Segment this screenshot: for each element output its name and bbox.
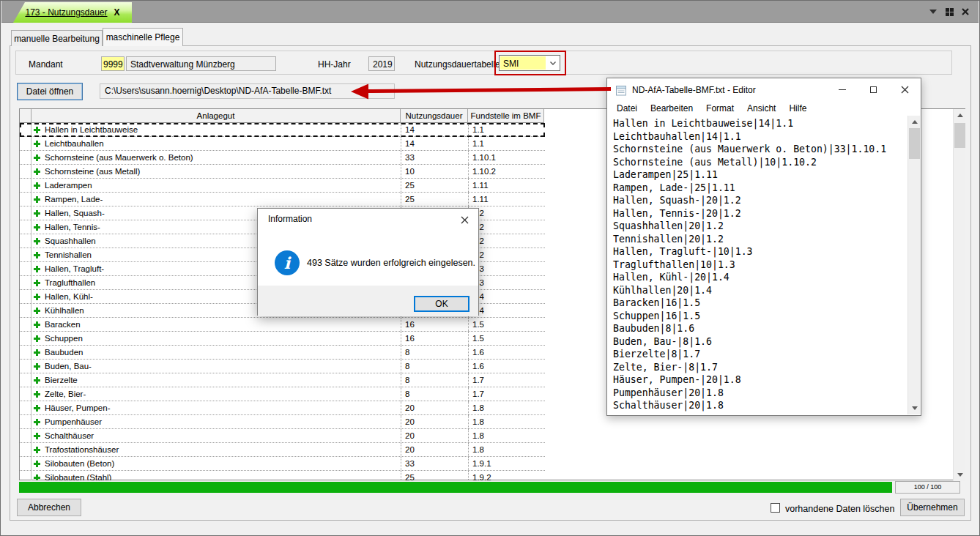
add-row-icon[interactable]	[34, 461, 40, 467]
menu-format[interactable]: Format	[699, 102, 740, 116]
add-row-icon[interactable]	[34, 377, 40, 384]
tab-maschinelle-pflege[interactable]: maschinelle Pflege	[103, 28, 183, 46]
apply-button[interactable]: Übernehmen	[900, 499, 965, 516]
add-row-icon[interactable]	[34, 238, 40, 245]
editor-text[interactable]: Hallen in Leichtbauweise|14|1.1Leichtbau…	[608, 116, 907, 414]
add-row-icon[interactable]	[34, 196, 40, 203]
table-row[interactable]: Silobauten (Stahl) 25 1.9.2	[20, 471, 545, 480]
table-row[interactable]: Häuser, Pumpen- 20 1.8	[20, 401, 545, 415]
add-row-icon[interactable]	[34, 363, 40, 370]
editor-line: Squashhallen|20|1.2	[613, 220, 907, 233]
row-anlagegut-cell: Baubuden	[31, 346, 401, 359]
editor-line: Hallen, Tragluft-|10|1.3	[613, 245, 907, 258]
editor-scrollbar[interactable]	[907, 116, 920, 414]
delete-existing-checkbox[interactable]	[771, 503, 780, 513]
table-row[interactable]: Pumpenhäuser 20 1.8	[20, 415, 545, 429]
ok-button[interactable]: OK	[414, 296, 469, 312]
add-row-icon[interactable]	[34, 294, 40, 300]
column-header-nutzungsdauer[interactable]: Nutzungsdauer	[401, 109, 468, 123]
tab-list-dropdown-icon[interactable]	[927, 7, 939, 17]
table-row[interactable]: Hallen in Leichtbauweise 14 1.1	[20, 123, 545, 137]
add-row-icon[interactable]	[34, 349, 40, 356]
tab-manuelle-bearbeitung[interactable]: manuelle Bearbeitung	[11, 30, 103, 46]
add-row-icon[interactable]	[34, 391, 40, 398]
menu-datei[interactable]: Datei	[610, 102, 644, 116]
table-row[interactable]: Silobauten (Beton) 33 1.9.1	[20, 457, 545, 471]
scrollbar-thumb[interactable]	[954, 123, 965, 148]
table-row[interactable]: Schalthäuser 20 1.8	[20, 429, 545, 443]
row-fundstelle-cell: 1.11	[468, 179, 544, 192]
hh-jahr-field: 2019	[368, 56, 395, 71]
table-row[interactable]: Zelte, Bier- 8 1.7	[20, 387, 545, 401]
notepad-title: ND-AfA-Tabelle-BMF.txt - Editor	[632, 85, 756, 95]
menu-ansicht[interactable]: Ansicht	[740, 102, 782, 116]
table-row[interactable]: Baubuden 8 1.6	[20, 346, 545, 360]
maximize-icon[interactable]	[858, 78, 889, 101]
row-header-cell	[20, 443, 31, 456]
add-row-icon[interactable]	[34, 474, 40, 481]
close-icon[interactable]	[889, 78, 921, 101]
grid-header: Anlagegut Nutzungsdauer Fundstelle im BM…	[20, 109, 544, 123]
add-row-icon[interactable]	[34, 127, 40, 133]
menu-hilfe[interactable]: Hilfe	[782, 102, 813, 116]
row-anlagegut-cell: Buden, Bau-	[31, 360, 401, 373]
mandant-code-field[interactable]: 9999	[101, 56, 125, 71]
table-row[interactable]: Laderampen 25 1.11	[20, 179, 545, 193]
add-row-icon[interactable]	[34, 405, 40, 412]
row-fundstelle-cell: 1.7	[468, 373, 544, 387]
table-row[interactable]: Schuppen 16 1.5	[20, 332, 545, 346]
table-row[interactable]: Trafostationshäuser 20 1.8	[20, 443, 545, 457]
editor-line: Hallen in Leichtbauweise|14|1.1	[613, 117, 907, 130]
column-header-anlagegut[interactable]: Anlagegut	[31, 109, 401, 123]
table-row[interactable]: Buden, Bau- 8 1.6	[20, 360, 545, 373]
row-nutzungsdauer-cell: 8	[401, 387, 468, 401]
scroll-down-icon[interactable]	[908, 402, 921, 414]
add-row-icon[interactable]	[34, 266, 40, 272]
document-tab[interactable]: 173 - Nutzungsdauer X	[13, 2, 132, 23]
add-row-icon[interactable]	[34, 335, 40, 342]
row-fundstelle-cell: 1.4	[468, 290, 544, 303]
add-row-icon[interactable]	[34, 141, 40, 147]
row-nutzungsdauer-cell: 14	[401, 123, 468, 136]
notepad-titlebar[interactable]: ND-AfA-Tabelle-BMF.txt - Editor	[607, 78, 921, 102]
add-row-icon[interactable]	[34, 321, 40, 328]
column-header-fundstelle[interactable]: Fundstelle im BMF	[468, 109, 544, 123]
row-nutzungsdauer-cell: 16	[401, 318, 468, 331]
table-row[interactable]: Schornsteine (aus Mauerwerk o. Beton) 33…	[20, 151, 545, 165]
tab-close-icon[interactable]: X	[114, 7, 120, 18]
editor-line: Laderampen|25|1.11	[613, 168, 907, 182]
scroll-up-icon[interactable]	[908, 116, 921, 128]
row-header-cell	[20, 373, 31, 387]
add-row-icon[interactable]	[34, 224, 40, 231]
notepad-icon	[615, 84, 627, 96]
add-row-icon[interactable]	[34, 308, 40, 314]
minimize-icon[interactable]	[826, 78, 858, 101]
grid-vertical-scrollbar[interactable]	[953, 109, 965, 481]
add-row-icon[interactable]	[34, 252, 40, 258]
file-path-field[interactable]: C:\Users\susann.hoernig\Desktop\ND-AfA-T…	[100, 83, 395, 99]
table-row[interactable]: Baracken 16 1.5	[20, 318, 545, 332]
add-row-icon[interactable]	[34, 210, 40, 217]
menu-bearbeiten[interactable]: Bearbeiten	[644, 102, 699, 116]
window-close-icon[interactable]	[959, 7, 971, 17]
add-row-icon[interactable]	[34, 182, 40, 189]
add-row-icon[interactable]	[34, 447, 40, 453]
tab-grid-icon[interactable]	[943, 7, 955, 17]
add-row-icon[interactable]	[34, 433, 40, 439]
add-row-icon[interactable]	[34, 155, 40, 161]
table-row[interactable]: Rampen, Lade- 25 1.11	[20, 193, 545, 206]
scroll-up-icon[interactable]	[954, 109, 966, 122]
dialog-close-icon[interactable]	[458, 213, 471, 226]
add-row-icon[interactable]	[34, 168, 40, 175]
table-row[interactable]: Schornsteine (aus Metall) 10 1.10.2	[20, 165, 545, 179]
table-row[interactable]: Bierzelte 8 1.7	[20, 373, 545, 387]
scrollbar-thumb[interactable]	[909, 128, 920, 159]
open-file-button[interactable]: Datei öffnen	[17, 83, 83, 100]
add-row-icon[interactable]	[34, 419, 40, 425]
add-row-icon[interactable]	[34, 280, 40, 286]
row-header-cell	[20, 248, 31, 261]
table-row[interactable]: Leichtbauhallen 14 1.1	[20, 137, 545, 151]
cancel-button[interactable]: Abbrechen	[17, 499, 81, 516]
row-nutzungsdauer-cell: 20	[401, 429, 468, 442]
scroll-down-icon[interactable]	[954, 469, 966, 481]
